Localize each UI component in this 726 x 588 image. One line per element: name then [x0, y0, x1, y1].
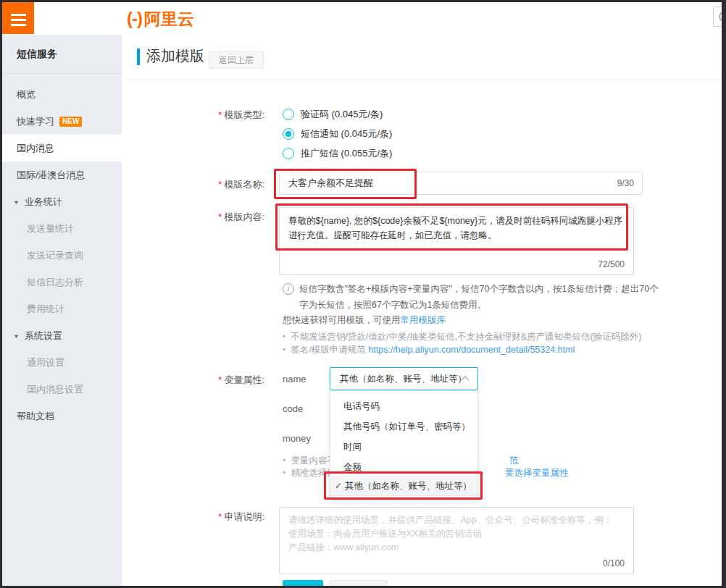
placeholder-line: 使用场景：向会员用户推送与XX相关的营销活动 [280, 527, 633, 541]
template-name-input[interactable]: 大客户余额不足提醒 9/30 [279, 172, 643, 195]
char-counter: 72/500 [598, 259, 625, 269]
variable-hint-1: •变量内容不 [283, 455, 336, 467]
variable-spec-link-fragment[interactable]: 范 [509, 455, 519, 467]
sidebar-item-overview[interactable]: 概览 [2, 81, 122, 108]
back-button[interactable]: 返回上层 [209, 51, 264, 69]
apply-desc-label: *申请说明: [122, 511, 264, 524]
sidebar-item-label: 帮助文档 [17, 410, 54, 423]
search-input[interactable] [713, 7, 722, 27]
page-header: 添加模版 返回上层 [122, 35, 722, 80]
collapse-arrow-icon: ▼ [13, 198, 20, 205]
sidebar-item-send-record-query[interactable]: 发送记录查询 [2, 242, 122, 269]
logo-text: 阿里云 [144, 9, 194, 28]
cancel-button[interactable] [330, 580, 388, 586]
radio-icon [283, 109, 294, 120]
search-icon [719, 12, 722, 22]
radio-label: 短信通知 (0.045元/条) [301, 127, 392, 140]
sidebar-item-domestic-message-settings[interactable]: 国内消息设置 [2, 376, 122, 403]
sidebar-item-international-messages[interactable]: 国际/港澳台消息 [2, 161, 122, 188]
sidebar-item-sms-log-analysis[interactable]: 短信日志分析 [2, 269, 122, 295]
template-name-label: *模版名称: [122, 178, 264, 191]
sidebar-item-business-stats[interactable]: ▼业务统计 [2, 188, 122, 215]
sidebar-title: 短信服务 [2, 35, 122, 74]
sidebar-item-domestic-messages[interactable]: 国内消息 [2, 135, 122, 161]
required-mark: * [218, 511, 222, 522]
hamburger-menu-icon[interactable] [2, 2, 34, 34]
var-code-label: code [283, 403, 303, 414]
placeholder-line: 请描述详细的使用场景，并提供产品链接、App、公众号、公司标准全称等，例： [280, 508, 633, 527]
new-badge: NEW [59, 117, 82, 127]
radio-sms-notification[interactable]: 短信通知 (0.045元/条) [283, 127, 392, 140]
aliyun-logo[interactable]: (-)阿里云 [127, 8, 194, 30]
sidebar-item-label: 系统设置 [25, 329, 62, 343]
sidebar-item-label: 通用设置 [27, 356, 64, 369]
sidebar-item-label: 费用统计 [27, 303, 64, 316]
restriction-note: •不能发送营销/贷款/借款/中奖/抽奖类短信,不支持金融理财&房产通知类短信(验… [283, 331, 641, 343]
sidebar-item-label: 发送记录查询 [27, 249, 83, 262]
sidebar-item-label: 国内消息 [17, 142, 54, 155]
sidebar-item-system-settings[interactable]: ▼系统设置 [2, 322, 122, 349]
info-icon: i [283, 283, 294, 295]
dropdown-option-other-number[interactable]: 其他号码（如订单号、密码等） [330, 416, 477, 437]
sidebar-item-help-docs[interactable]: 帮助文档 [2, 403, 122, 429]
spec-doc-link[interactable]: https://help.aliyun.com/document_detail/… [368, 345, 575, 355]
radio-promotional-sms[interactable]: 推广短信 (0.055元/条) [283, 147, 392, 160]
title-accent-bar [137, 49, 140, 65]
template-library-tip: 想快速获得可用模版，可使用常用模版库 [283, 314, 446, 327]
main-content: 添加模版 返回上层 *模版类型: 验证码 (0.045元/条) 短信通知 (0.… [122, 35, 722, 586]
variable-attr-label: *变量属性: [122, 374, 264, 387]
placeholder-line: 产品链接：www.aliyun.com [280, 541, 633, 555]
spec-note: •签名/模版申请规范 https://help.aliyun.com/docum… [283, 344, 575, 356]
topbar: (-)阿里云 [2, 2, 722, 35]
char-counter: 9/30 [617, 172, 634, 194]
logo-bracket-icon: (-) [127, 9, 142, 28]
submit-button[interactable] [283, 580, 323, 586]
bullet-icon: • [283, 455, 285, 466]
page-title: 添加模版 [146, 46, 204, 66]
template-content-value: 尊敬的${name}, 您的${code}余额不足${money}元，请及时前往… [280, 208, 633, 243]
required-mark: * [218, 211, 222, 222]
dropdown-option-other-selected[interactable]: ✓其他（如名称、账号、地址等） [330, 476, 477, 496]
select-value: 其他（如名称、账号、地址等） [340, 368, 467, 390]
sidebar-item-label: 短信日志分析 [27, 276, 83, 289]
sidebar: 短信服务 概览 快速学习NEW 国内消息 国际/港澳台消息 ▼业务统计 发送量统… [2, 35, 122, 586]
variable-attr-dropdown: 电话号码 其他号码（如订单号、密码等） 时间 金额 ✓其他（如名称、账号、地址等… [330, 390, 478, 499]
variable-hint-2: •精准选择对 [283, 467, 336, 479]
var-money-label: money [283, 433, 311, 444]
sidebar-item-label: 快速学习 [17, 115, 54, 128]
sidebar-item-fee-stats[interactable]: 费用统计 [2, 295, 122, 322]
sidebar-item-general-settings[interactable]: 通用设置 [2, 349, 122, 376]
sidebar-item-label: 国内消息设置 [27, 383, 83, 396]
bullet-icon: • [283, 468, 285, 478]
sidebar-item-send-volume-stats[interactable]: 发送量统计 [2, 215, 122, 242]
dropdown-option-phone[interactable]: 电话号码 [330, 396, 477, 416]
radio-label: 推广短信 (0.055元/条) [301, 147, 392, 160]
required-mark: * [218, 374, 222, 385]
template-content-label: *模版内容: [122, 211, 264, 224]
sidebar-item-label: 发送量统计 [27, 222, 74, 235]
radio-icon [283, 148, 294, 159]
sidebar-item-quick-learning[interactable]: 快速学习NEW [2, 108, 122, 135]
variable-attr-select[interactable]: 其他（如名称、账号、地址等） [330, 367, 478, 390]
var-name-label: name [283, 374, 306, 385]
template-library-link[interactable]: 常用模版库 [401, 315, 446, 325]
bullet-icon: • [283, 345, 285, 355]
apply-desc-textarea[interactable]: 请描述详细的使用场景，并提供产品链接、App、公众号、公司标准全称等，例： 使用… [279, 507, 634, 574]
sidebar-item-label: 国际/港澳台消息 [17, 169, 85, 182]
billing-info-text: 短信字数含"签名+模版内容+变量内容"，短信70个字数含以内，按1条短信计费；超… [299, 281, 676, 313]
bullet-icon: • [283, 332, 285, 342]
template-name-value: 大客户余额不足提醒 [288, 177, 373, 188]
template-type-label: *模版类型: [122, 109, 264, 122]
sidebar-item-label: 概览 [17, 88, 36, 101]
dropdown-option-time[interactable]: 时间 [330, 437, 477, 457]
radio-label: 验证码 (0.045元/条) [301, 108, 383, 121]
required-mark: * [218, 109, 222, 120]
choose-attr-link-fragment[interactable]: 要选择变量属性 [505, 467, 569, 479]
required-mark: * [218, 179, 222, 190]
char-counter: 0/100 [603, 558, 625, 568]
radio-selected-icon [283, 128, 294, 140]
template-content-textarea[interactable]: 尊敬的${name}, 您的${code}余额不足${money}元，请及时前往… [279, 207, 634, 275]
radio-verification-code[interactable]: 验证码 (0.045元/条) [283, 108, 383, 121]
dropdown-option-amount[interactable]: 金额 [330, 457, 477, 477]
sidebar-menu: 概览 快速学习NEW 国内消息 国际/港澳台消息 ▼业务统计 发送量统计 发送记… [2, 81, 122, 429]
